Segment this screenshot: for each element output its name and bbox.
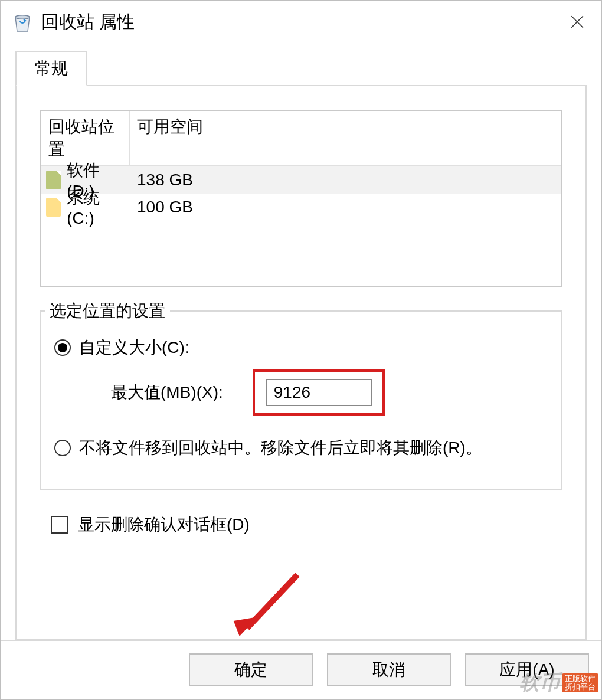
drive-icon: [46, 171, 61, 189]
ok-button[interactable]: 确定: [189, 653, 313, 686]
cancel-button[interactable]: 取消: [327, 653, 451, 686]
titlebar: 回收站 属性: [1, 1, 601, 42]
drive-name: 系统 (C:): [67, 187, 130, 228]
highlight-annotation: [253, 369, 385, 416]
drive-space: 100 GB: [130, 198, 193, 217]
radio-custom-size[interactable]: [54, 339, 71, 356]
drive-icon: [46, 198, 61, 217]
confirm-delete-checkbox[interactable]: [51, 516, 68, 534]
confirm-delete-label: 显示删除确认对话框(D): [78, 513, 250, 536]
recycle-bin-properties-window: 回收站 属性 常规 回收站位置 可用空间 软件 (D: [0, 0, 602, 700]
max-size-row: 最大值(MB)(X):: [54, 369, 548, 416]
tab-general[interactable]: 常规: [15, 51, 87, 86]
max-size-label: 最大值(MB)(X):: [111, 381, 223, 404]
size-settings-group: 选定位置的设置 自定义大小(C): 最大值(MB)(X): 不将文件移到回收站中…: [40, 310, 562, 490]
recycle-bin-icon: [12, 11, 33, 32]
column-location[interactable]: 回收站位置: [41, 111, 130, 166]
close-icon: [570, 14, 585, 30]
close-button[interactable]: [560, 4, 595, 40]
general-panel: 回收站位置 可用空间 软件 (D:) 138 GB 系统 (C:) 100 GB: [15, 86, 587, 640]
radio-no-recycle-label: 不将文件移到回收站中。移除文件后立即将其删除(R)。: [79, 437, 482, 459]
content-area: 常规 回收站位置 可用空间 软件 (D:) 138 GB: [1, 42, 601, 640]
radio-custom-size-label: 自定义大小(C):: [79, 336, 189, 359]
location-list[interactable]: 回收站位置 可用空间 软件 (D:) 138 GB 系统 (C:) 100 GB: [40, 110, 562, 287]
watermark-badge: 正版软件 折扣平台: [562, 673, 598, 693]
dialog-buttons: 确定 取消 应用(A) 软币 正版软件 折扣平台: [1, 640, 601, 699]
list-row[interactable]: 系统 (C:) 100 GB: [41, 194, 561, 221]
radio-custom-size-row: 自定义大小(C):: [54, 336, 548, 359]
max-size-input[interactable]: [266, 379, 372, 406]
list-header: 回收站位置 可用空间: [41, 111, 561, 166]
group-title: 选定位置的设置: [45, 300, 170, 322]
watermark: 软币 正版软件 折扣平台: [519, 669, 598, 696]
drive-space: 138 GB: [130, 171, 193, 189]
column-space[interactable]: 可用空间: [130, 111, 561, 166]
radio-no-recycle[interactable]: [54, 440, 71, 456]
radio-no-recycle-row: 不将文件移到回收站中。移除文件后立即将其删除(R)。: [54, 437, 548, 459]
watermark-text: 软币: [519, 669, 560, 696]
window-title: 回收站 属性: [41, 10, 135, 34]
tab-strip: 常规: [15, 51, 587, 86]
confirm-delete-row: 显示删除确认对话框(D): [40, 513, 562, 536]
svg-point-0: [15, 15, 30, 19]
